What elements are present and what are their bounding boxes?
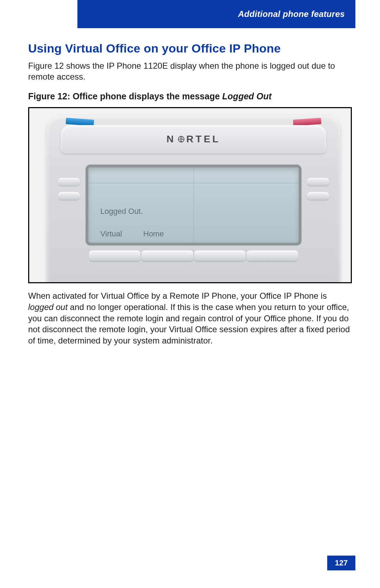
screen-divider-vertical: [194, 167, 194, 243]
figure-caption-text: Figure 12: Office phone displays the mes…: [28, 91, 222, 101]
side-key-left-1: [58, 178, 80, 186]
screen-status-text: Logged Out.: [100, 207, 143, 216]
figure-caption-italic: Logged Out: [222, 91, 272, 101]
document-page: Additional phone features Using Virtual …: [0, 0, 380, 588]
intro-paragraph: Figure 12 shows the IP Phone 1120E displ…: [28, 60, 352, 82]
softkey-4: [247, 250, 298, 261]
brand-logo: N RTEL: [166, 134, 220, 145]
body-italic: logged out: [28, 302, 68, 312]
body-pre: When activated for Virtual Office by a R…: [28, 291, 327, 301]
brand-text-right: RTEL: [186, 134, 221, 145]
side-key-left-2: [58, 192, 80, 200]
page-number: 127: [327, 556, 355, 570]
body-paragraph: When activated for Virtual Office by a R…: [28, 290, 352, 346]
figure-box: N RTEL Logged Out. Virt: [28, 107, 352, 283]
phone-top-plate: N RTEL: [61, 125, 326, 153]
side-key-right-2: [307, 192, 329, 200]
side-key-right-1: [307, 178, 329, 186]
page-heading: Using Virtual Office on your Office IP P…: [28, 42, 352, 55]
figure-caption: Figure 12: Office phone displays the mes…: [28, 91, 352, 101]
brand-text-left: N: [166, 134, 176, 145]
softkey-1: [89, 250, 140, 261]
phone-screen: Logged Out. Virtual Home: [86, 165, 302, 246]
section-title: Additional phone features: [238, 9, 345, 19]
phone-body: N RTEL Logged Out. Virt: [47, 115, 340, 283]
globe-icon: [177, 135, 185, 143]
content-column: Using Virtual Office on your Office IP P…: [28, 39, 352, 346]
body-post: and no longer operational. If this is th…: [28, 302, 350, 345]
section-header-bar: Additional phone features: [77, 0, 355, 28]
softkey-2: [141, 250, 193, 261]
screen-softkey-label-1: Virtual: [100, 229, 122, 239]
screen-softkey-label-2: Home: [143, 229, 164, 239]
softkey-row: [89, 250, 298, 261]
softkey-3: [194, 250, 246, 261]
